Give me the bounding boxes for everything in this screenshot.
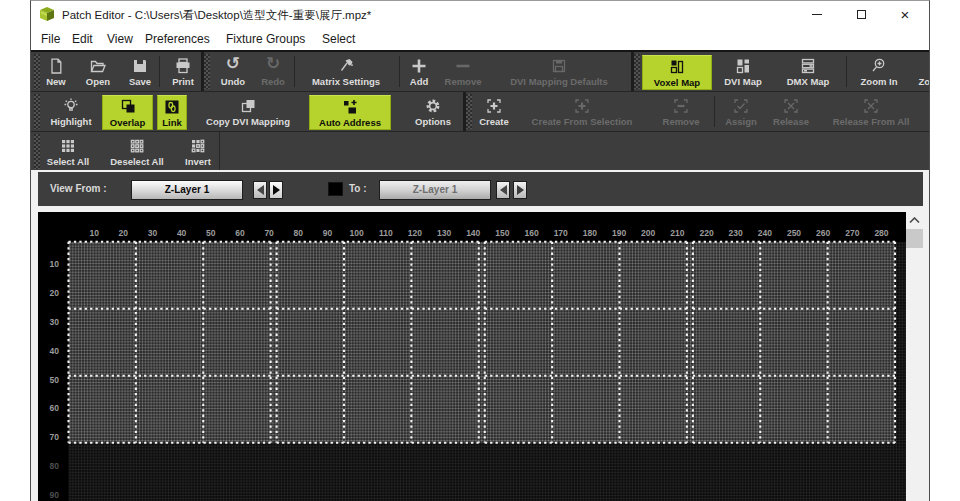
toolbar-separator	[846, 56, 847, 87]
svg-text:270: 270	[845, 228, 859, 238]
invert-icon	[189, 137, 207, 155]
release-from-all-button[interactable]: Release From All	[824, 92, 918, 131]
toolbar-separator	[714, 96, 715, 127]
close-icon: ×	[901, 7, 910, 22]
voxel-map-button[interactable]: Voxel Map	[642, 55, 712, 90]
release-icon	[782, 97, 800, 115]
deselect-all-button[interactable]: Deselect All	[104, 132, 170, 171]
toolbar-grip[interactable]	[34, 94, 40, 129]
print-button[interactable]: Print	[165, 52, 201, 91]
assign-button[interactable]: Assign	[719, 92, 763, 131]
copy-dvi-mapping-icon	[239, 97, 257, 115]
new-button[interactable]: New	[38, 52, 74, 91]
view-to-checkbox[interactable]	[328, 182, 343, 196]
remove-button[interactable]: Remove	[439, 52, 487, 91]
toolbar-grip[interactable]	[204, 54, 210, 89]
svg-text:190: 190	[612, 228, 626, 238]
dvi-mapping-defaults-icon	[550, 57, 568, 75]
add-button[interactable]: Add	[401, 52, 437, 91]
svg-text:250: 250	[787, 228, 801, 238]
scrollbar-thumb[interactable]	[906, 229, 923, 248]
overlap-button[interactable]: Overlap	[102, 95, 153, 130]
view-to-layer-dropdown[interactable]: Z-Layer 1	[379, 180, 491, 200]
dmx-map-button[interactable]: DMX Map	[778, 52, 838, 91]
svg-text:20: 20	[50, 288, 60, 298]
dvi-mapping-defaults-button[interactable]: DVI Mapping Defaults	[501, 52, 617, 91]
vertical-scrollbar[interactable]	[906, 212, 923, 501]
release-button[interactable]: Release	[767, 92, 815, 131]
view-from-label: View From :	[50, 183, 107, 194]
menu-edit[interactable]: Edit	[72, 32, 93, 46]
menu-select[interactable]: Select	[322, 32, 355, 46]
voxel-map-icon	[668, 58, 686, 76]
svg-text:120: 120	[408, 228, 422, 238]
minimize-button[interactable]	[800, 1, 834, 28]
matrix-settings-icon	[337, 57, 355, 75]
svg-text:170: 170	[554, 228, 568, 238]
minimize-icon	[812, 14, 822, 15]
undo-button[interactable]: ↺ Undo	[213, 52, 253, 91]
toolbar-grip[interactable]	[466, 94, 472, 129]
matrix-settings-button[interactable]: Matrix Settings	[303, 52, 389, 91]
dvi-map-icon	[734, 57, 752, 75]
zoom-out-button[interactable]: Zoom Out	[915, 52, 930, 91]
remove-voxel-button[interactable]: Remove	[657, 92, 705, 131]
copy-dvi-mapping-button[interactable]: Copy DVI Mapping	[201, 92, 295, 131]
maximize-button[interactable]	[844, 1, 878, 28]
redo-button[interactable]: ↻ Redo	[253, 52, 293, 91]
svg-text:130: 130	[437, 228, 451, 238]
left-arrow-icon	[500, 185, 507, 195]
dmx-map-icon	[799, 57, 817, 75]
open-icon	[89, 57, 107, 75]
view-to-next-button[interactable]	[513, 181, 527, 199]
svg-text:200: 200	[641, 228, 655, 238]
options-button[interactable]: Options	[409, 92, 457, 131]
menu-view[interactable]: View	[107, 32, 133, 46]
close-button[interactable]: ×	[888, 1, 922, 28]
toolbar-separator	[219, 132, 220, 171]
toolbar-grip[interactable]	[34, 134, 40, 169]
view-to-label: To :	[349, 183, 367, 194]
select-all-button[interactable]: Select All	[42, 132, 94, 171]
svg-text:210: 210	[670, 228, 684, 238]
view-from-layer-dropdown[interactable]: Z-Layer 1	[131, 180, 243, 200]
highlight-button[interactable]: Highlight	[43, 92, 99, 131]
save-icon	[131, 57, 149, 75]
svg-text:30: 30	[50, 317, 60, 327]
invert-button[interactable]: Invert	[178, 132, 218, 171]
save-button[interactable]: Save	[122, 52, 158, 91]
menu-bar: File Edit View Preferences Fixture Group…	[31, 28, 929, 50]
svg-text:40: 40	[50, 346, 60, 356]
new-icon	[47, 57, 65, 75]
release-from-all-icon	[862, 97, 880, 115]
patch-grid-canvas[interactable]: 1020304050607080901001101201301401501601…	[38, 212, 906, 501]
maximize-icon	[857, 10, 866, 19]
toolbar-grip[interactable]	[634, 54, 640, 89]
open-button[interactable]: Open	[80, 52, 116, 91]
undo-icon: ↺	[226, 53, 240, 73]
scroll-up-button[interactable]	[906, 212, 923, 229]
zoom-in-button[interactable]: Zoom In	[855, 52, 903, 91]
app-logo-icon	[39, 6, 55, 22]
view-from-prev-button[interactable]	[253, 181, 267, 199]
overlap-icon	[119, 98, 137, 116]
toolbar-row-1: New Open Save	[31, 52, 929, 91]
create-button[interactable]: Create	[474, 92, 514, 131]
menu-file[interactable]: File	[41, 32, 60, 46]
menu-fixture-groups[interactable]: Fixture Groups	[226, 32, 305, 46]
view-from-next-button[interactable]	[269, 181, 283, 199]
create-from-selection-icon	[573, 97, 591, 115]
dvi-map-button[interactable]: DVI Map	[718, 52, 768, 91]
svg-text:110: 110	[379, 228, 393, 238]
menu-preferences[interactable]: Preferences	[145, 32, 210, 46]
svg-text:100: 100	[350, 228, 364, 238]
svg-text:260: 260	[816, 228, 830, 238]
create-from-selection-button[interactable]: Create From Selection	[527, 92, 637, 131]
link-button[interactable]: Link	[157, 95, 187, 130]
auto-address-button[interactable]: Auto Address	[309, 95, 391, 130]
svg-text:20: 20	[119, 228, 129, 238]
window-title: Patch Editor - C:\Users\看\Desktop\造型文件-重…	[62, 8, 371, 23]
svg-text:40: 40	[177, 228, 187, 238]
view-to-prev-button[interactable]	[496, 181, 510, 199]
deselect-all-icon	[128, 137, 146, 155]
